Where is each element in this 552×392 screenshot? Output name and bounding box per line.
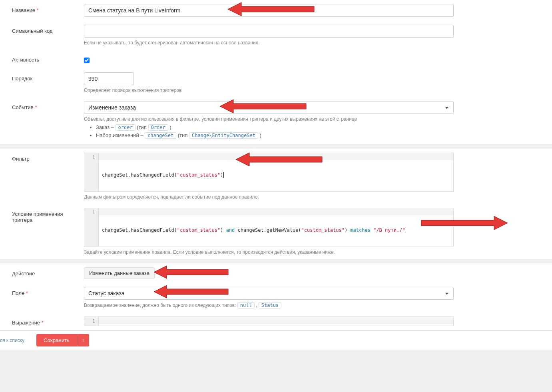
expression-label: Выражение (0, 316, 84, 326)
field-select[interactable]: Статус заказа (84, 287, 454, 300)
code-input[interactable] (84, 25, 454, 38)
filter-help: Данным фильтром определяется, подпадает … (84, 194, 472, 200)
action-value-tag[interactable]: Изменить данные заказа (84, 267, 155, 279)
order-input[interactable] (84, 72, 134, 85)
event-label: Событие (0, 101, 84, 110)
event-object-item: Набор изменений – changeSet (тип Change\… (96, 132, 472, 139)
gutter: 1 (84, 208, 99, 247)
code-help: Если не указывать, то будет сгенерирован… (84, 40, 472, 46)
save-dropdown-button[interactable]: ↑ (77, 334, 90, 346)
event-select[interactable]: Изменение заказа (84, 101, 454, 114)
event-help: Объекты, доступные для использования в ф… (84, 116, 472, 122)
gutter: 1 (84, 317, 99, 326)
field-help: Возвращаемое значение, должно быть одног… (84, 302, 472, 308)
condition-label: Условие применения триггера (0, 208, 84, 223)
name-label: Название (0, 4, 84, 13)
field-label: Поле (0, 287, 84, 296)
name-input[interactable] (84, 4, 454, 17)
gutter: 1 (84, 153, 99, 191)
filter-editor[interactable]: 1 changeSet.hasChangedField("custom_stat… (84, 153, 454, 192)
svg-marker-4 (154, 266, 228, 279)
event-objects-list: Заказ – order (тип Order )Набор изменени… (96, 124, 472, 139)
save-button[interactable]: Сохранить (36, 334, 77, 346)
active-checkbox[interactable] (84, 58, 90, 63)
order-label: Порядок (0, 72, 84, 82)
back-to-list-link[interactable]: ся к списку (0, 338, 36, 343)
filter-label: Фильтр (0, 153, 84, 162)
order-help: Определяет порядок выполнения триггеров (84, 88, 472, 93)
action-label: Действие (0, 267, 84, 277)
event-object-item: Заказ – order (тип Order ) (96, 124, 472, 131)
active-label: Активность (0, 54, 84, 63)
condition-editor[interactable]: 1 changeSet.hasChangedField("custom_stat… (84, 208, 454, 247)
condition-help: Задайте условие применения правила. Если… (84, 249, 472, 255)
code-label: Символьный код (0, 25, 84, 34)
expression-editor[interactable]: 1 (84, 316, 454, 326)
